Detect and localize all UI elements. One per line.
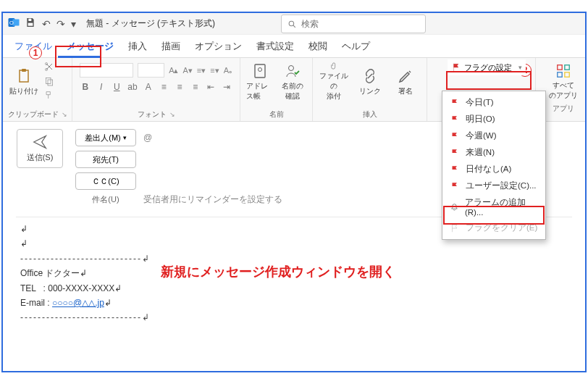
copy-icon[interactable] [43,75,56,87]
attach-file-button[interactable]: ファイルの 添付 [317,61,350,103]
font-family-select[interactable] [80,63,133,78]
tab-message[interactable]: メッセージ [65,36,115,57]
subject-label: 件名(U) [75,194,136,205]
send-button[interactable]: 送信(S) [17,129,63,168]
address-book-icon [251,62,269,80]
dialog-launcher-icon[interactable]: ↘ [169,111,175,118]
numbering-icon[interactable]: ≡▾ [210,66,219,75]
tab-insert[interactable]: 挿入 [127,36,148,57]
person-check-icon [284,62,301,80]
to-button[interactable]: 宛先(T) [75,151,136,168]
svg-rect-16 [558,65,562,70]
flag-settings-button[interactable]: フラグの設定 ▾ [448,59,526,75]
dialog-launcher-icon[interactable]: ↘ [62,111,67,118]
search-placeholder: 検索 [301,18,319,30]
all-apps-button[interactable]: すべて のアプリ [546,61,581,103]
address-book-button[interactable]: アドレス帳 [245,61,275,103]
align-right-icon[interactable]: ≡ [190,82,201,92]
subject-field[interactable]: 受信者用にリマインダーを設定する [143,194,282,205]
redo-icon[interactable]: ↷ [56,18,65,30]
indent-inc-icon[interactable]: ⇥ [221,82,232,92]
flag-menu-add-reminder[interactable]: アラームの追加(R)... [442,194,545,220]
svg-rect-1 [13,19,20,25]
font-size-select[interactable] [138,63,164,78]
svg-line-6 [293,25,295,28]
svg-rect-4 [28,23,33,26]
cut-icon[interactable] [43,61,56,72]
tab-review[interactable]: 校閲 [307,36,329,57]
annotation-text: 新規にメッセージ作成ウィンドウを開く [161,263,395,280]
flag-menu-this-week[interactable]: 今週(W) [442,128,545,144]
search-box[interactable]: 検索 [281,14,426,33]
group-allapps: すべて のアプリ アプリ [542,58,585,115]
quick-access-toolbar: ↶ ↷ ▾ [25,17,76,30]
save-icon[interactable] [25,17,36,30]
title-bar: O ↶ ↷ ▾ 無題 - メッセージ (テキスト形式) 検索 [3,13,585,35]
search-icon [287,20,297,29]
from-value: @ [143,133,152,143]
cc-button[interactable]: ＣＣ(C) [75,172,136,190]
tab-draw[interactable]: 描画 [160,36,182,57]
send-icon [32,134,48,150]
svg-rect-12 [48,80,53,85]
flag-menu-custom[interactable]: ユーザー設定(C)... [442,178,545,194]
svg-rect-8 [22,69,26,72]
svg-rect-11 [46,78,51,83]
signature-button[interactable]: 署名 [389,61,422,103]
flag-menu-no-date[interactable]: 日付なし(A) [442,161,545,178]
undo-icon[interactable]: ↶ [42,18,51,30]
flag-dropdown-menu: 今日(T) 明日(O) 今週(W) 来週(N) 日付なし(A) ユーザー設定(C… [442,91,546,240]
flag-icon [450,131,460,141]
flag-icon [450,164,460,175]
svg-text:O: O [9,20,14,26]
flag-menu-next-week[interactable]: 来週(N) [442,144,545,161]
outlook-app-icon: O [7,16,20,32]
from-button[interactable]: 差出人(M)▾ [75,129,136,146]
group-include: ファイルの 添付 リンク 署名 挿入 [313,58,427,121]
sig-tel: 000-XXXX-XXXX [48,283,114,293]
tab-help[interactable]: ヘルプ [340,36,371,57]
flag-icon [450,181,460,191]
tab-format[interactable]: 書式設定 [255,36,295,57]
svg-point-5 [289,21,294,26]
svg-point-15 [289,66,294,71]
format-painter-icon[interactable] [43,90,56,101]
flag-menu-today[interactable]: 今日(T) [442,94,545,111]
align-center-icon[interactable]: ≡ [174,82,185,92]
qat-chevron-icon[interactable]: ▾ [71,18,76,30]
sig-email-link[interactable]: ○○○○@△△.jp [52,298,104,308]
indent-dec-icon[interactable]: ⇤ [206,82,217,92]
font-color-icon[interactable]: A [143,82,154,92]
group-font: A▴ A▾ ≡▾ ≡▾ Aₒ B I U ab A ≡ ≡ ≡ ⇤ ⇥ [72,58,240,121]
link-button[interactable]: リンク [353,61,387,103]
italic-button[interactable]: I [96,82,107,92]
pen-icon [397,67,414,85]
ribbon-tabs: ファイル メッセージ 挿入 描画 オプション 書式設定 校閲 ヘルプ [3,35,585,58]
chevron-down-icon: ▾ [518,64,522,71]
bullets-icon[interactable]: ≡▾ [197,66,206,75]
tab-options[interactable]: オプション [193,36,243,57]
sig-name: Office ドクター [20,268,80,278]
shrink-font-icon[interactable]: A▾ [182,66,192,75]
group-names: アドレス帳 名前の 確認 名前 [240,58,313,121]
annotation-number-1: 1 [29,46,42,59]
bold-button[interactable]: B [80,82,91,92]
flag-icon [450,148,460,158]
svg-rect-17 [565,65,569,70]
bell-icon [450,202,459,212]
flag-menu-tomorrow[interactable]: 明日(O) [442,111,545,128]
flag-icon [450,98,460,108]
check-names-button[interactable]: 名前の 確認 [278,61,308,103]
link-icon [361,67,379,85]
align-left-icon[interactable]: ≡ [159,82,170,92]
highlight-icon[interactable]: ab [127,82,138,92]
clipboard-mini [43,61,56,101]
underline-button[interactable]: U [111,82,122,92]
group-clipboard: 貼り付け クリップボード↘ [3,58,72,121]
styles-icon[interactable]: Aₒ [224,66,232,75]
svg-rect-3 [28,19,31,21]
flag-menu-clear: フラグをクリア(E) [442,220,545,236]
paste-button[interactable]: 貼り付け [7,61,41,103]
flag-icon [451,62,461,72]
grow-font-icon[interactable]: A▴ [169,66,178,75]
